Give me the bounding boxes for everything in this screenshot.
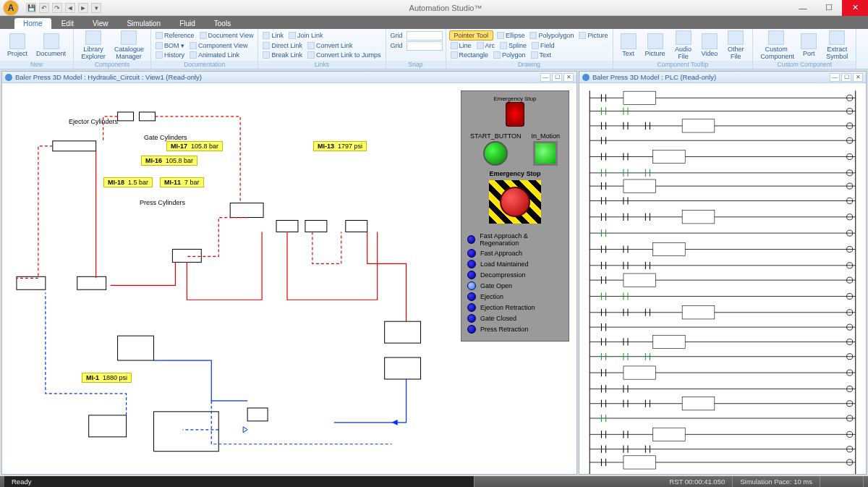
qat-more-icon[interactable]: ▾ [91, 3, 101, 13]
estop-label: Emergency Stop [489, 170, 540, 177]
pane-min-button[interactable]: — [540, 73, 550, 82]
plc-canvas[interactable] [579, 83, 866, 474]
pane-max-button[interactable]: ☐ [841, 73, 851, 82]
qat-undo-icon[interactable]: ↶ [39, 3, 49, 13]
pane-icon [5, 74, 12, 81]
arc-button[interactable]: Arc [475, 42, 497, 49]
break-link-button[interactable]: Break Link [261, 51, 304, 59]
ribbon-group-custom: Custom Component Port Extract Symbol Cus… [753, 29, 856, 69]
tooltip-other-button[interactable]: Other File [722, 30, 749, 60]
snap-grid-y[interactable] [407, 41, 443, 51]
status-label: Ejection [480, 293, 503, 300]
status-row: Gate Open [467, 281, 563, 290]
tooltip-audio-button[interactable]: Audio File [670, 30, 697, 60]
picture-button[interactable]: Picture [577, 32, 609, 39]
direct-link-button[interactable]: Direct Link [261, 42, 304, 49]
window-buttons: — ☐ ✕ [790, 0, 868, 16]
status-lamp [467, 249, 476, 258]
svg-rect-0 [53, 141, 96, 151]
catalogue-manager-button[interactable]: Catalogue Manager [110, 30, 148, 60]
qat-fwd-icon[interactable]: ► [78, 3, 88, 13]
status-row: Fast Approach & Regenaration [467, 232, 563, 247]
maximize-button[interactable]: ☐ [816, 0, 842, 16]
pane-close-button[interactable]: ✕ [853, 73, 863, 82]
svg-rect-14 [153, 412, 218, 452]
polygon-button[interactable]: Polygon [492, 51, 527, 59]
measurement-tag-mi-16[interactable]: MI-16 105.8 bar [141, 156, 197, 166]
polypolygon-button[interactable]: Polypolygon [528, 32, 575, 39]
pointer-tool-button[interactable]: Pointer Tool [449, 30, 493, 41]
text-button[interactable]: Text [529, 51, 553, 59]
qat-redo-icon[interactable]: ↷ [52, 3, 62, 13]
history-button[interactable]: History [154, 51, 186, 59]
measurement-tag-mi-17[interactable]: MI-17 105.8 bar [166, 141, 223, 151]
snap-grid-x[interactable] [407, 31, 443, 41]
pane-icon [582, 74, 590, 81]
hydraulic-pane: Baler Press 3D Model : Hydraulic_Circuit… [1, 71, 577, 475]
measurement-tag-mi-13[interactable]: MI-13 1797 psi [313, 141, 367, 151]
svg-rect-4 [77, 276, 106, 289]
custom-component-button[interactable]: Custom Component [756, 30, 796, 60]
qat-back-icon[interactable]: ◄ [65, 3, 75, 13]
svg-rect-13 [89, 415, 127, 437]
join-link-button[interactable]: Join Link [287, 32, 325, 39]
pane-max-button[interactable]: ☐ [552, 73, 562, 82]
extract-symbol-button[interactable]: Extract Symbol [821, 30, 853, 60]
in-motion-indicator [533, 141, 558, 166]
rectangle-button[interactable]: Rectangle [449, 51, 490, 59]
line-button[interactable]: Line [449, 42, 473, 49]
tooltip-picture-button[interactable]: Picture [641, 30, 670, 60]
status-lamp [467, 292, 476, 301]
link-button[interactable]: Link [261, 32, 285, 39]
svg-rect-15 [247, 408, 268, 421]
tooltip-text-button[interactable]: Text [616, 30, 641, 60]
svg-marker-17 [243, 427, 247, 433]
status-row: Fast Approach [467, 249, 563, 258]
motion-label: In_Motion [531, 132, 560, 140]
animated-link-button[interactable]: Animated Link [188, 51, 241, 59]
status-label: Gate Closed [480, 315, 516, 322]
svg-rect-62 [624, 179, 656, 192]
spline-button[interactable]: Spline [498, 42, 528, 49]
tab-edit[interactable]: Edit [53, 18, 82, 29]
convert-link-button[interactable]: Convert Link [306, 42, 354, 49]
port-button[interactable]: Port [796, 30, 821, 60]
hydraulic-pane-titlebar[interactable]: Baler Press 3D Model : Hydraulic_Circuit… [2, 72, 576, 83]
tab-fluid[interactable]: Fluid [171, 18, 204, 29]
minimize-button[interactable]: — [790, 0, 816, 16]
new-document-button[interactable]: Document [32, 30, 70, 60]
measurement-tag-mi-18[interactable]: MI-18 1.5 bar [103, 177, 153, 187]
measurement-tag-mi-11[interactable]: MI-11 7 bar [160, 177, 204, 187]
start-button[interactable] [483, 141, 508, 166]
ribbon-group-tooltip: Text Picture Audio File Video Other File… [613, 29, 754, 69]
component-view-button[interactable]: Component View [188, 42, 249, 49]
new-project-button[interactable]: Project [3, 30, 32, 60]
pane-close-button[interactable]: ✕ [563, 73, 574, 82]
status-row: Gate Closed [467, 314, 563, 323]
ellipse-button[interactable]: Ellipse [495, 32, 527, 39]
pane-min-button[interactable]: — [830, 73, 840, 82]
close-button[interactable]: ✕ [842, 0, 868, 16]
plc-pane-title: Baler Press 3D Model : PLC (Read-only) [592, 73, 716, 81]
convert-link-jumps-button[interactable]: Convert Link to Jumps [306, 51, 383, 59]
svg-rect-2 [140, 112, 156, 121]
bom-button[interactable]: BOM ▾ [154, 42, 186, 49]
qat-save-icon[interactable]: 💾 [26, 3, 36, 13]
field-button[interactable]: Field [530, 42, 556, 49]
library-explorer-button[interactable]: Library Explorer [77, 30, 110, 60]
reference-button[interactable]: Reference [154, 32, 196, 39]
measurement-tag-mi-1[interactable]: MI-1 1880 psi [82, 373, 132, 383]
tab-view[interactable]: View [84, 18, 117, 29]
tab-home[interactable]: Home [14, 18, 51, 29]
tooltip-video-button[interactable]: Video [697, 30, 723, 60]
plc-pane-titlebar[interactable]: Baler Press 3D Model : PLC (Read-only) —… [579, 72, 866, 83]
hydraulic-canvas[interactable]: Ejector Cylinders Gate Cylinders Press C… [2, 83, 576, 474]
ribbon-tabs: Home Edit View Simulation Fluid Tools [0, 16, 868, 29]
status-row: Ejection Retraction [467, 303, 563, 312]
tab-simulation[interactable]: Simulation [118, 18, 169, 29]
tab-tools[interactable]: Tools [205, 18, 239, 29]
hydraulic-pane-title: Baler Press 3D Model : Hydraulic_Circuit… [15, 73, 202, 81]
estop-button[interactable] [500, 187, 530, 217]
status-row: Load Maintained [467, 260, 563, 268]
document-view-button[interactable]: Document View [198, 32, 255, 39]
